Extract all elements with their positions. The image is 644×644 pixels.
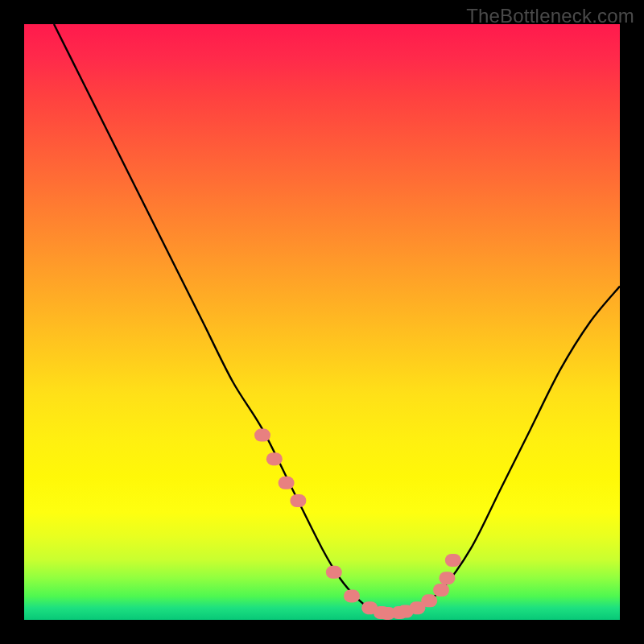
curve-marker [290,494,306,507]
bottleneck-curve [54,24,620,614]
curve-marker [433,584,449,597]
curve-marker [279,477,295,489]
curve-marker [421,594,437,607]
curve-layer [24,24,620,620]
plot-area [24,24,620,620]
curve-marker [254,429,270,442]
curve-marker [326,566,342,579]
chart-frame: TheBottleneck.com [0,0,644,644]
curve-marker [439,572,455,584]
curve-marker [266,452,283,465]
curve-marker [344,589,360,602]
marker-group [254,429,461,620]
curve-marker [445,554,461,567]
